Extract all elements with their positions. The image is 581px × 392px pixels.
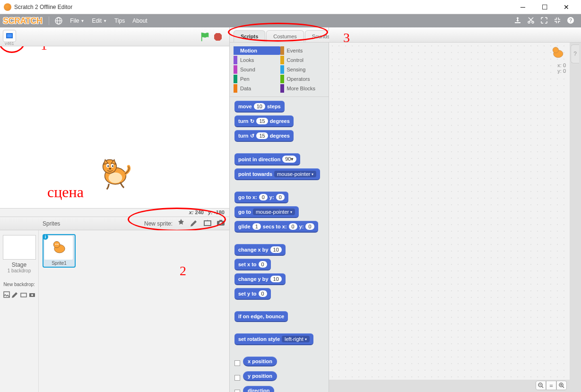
zoom-reset-button[interactable]: =	[546, 381, 556, 390]
camera-sprite-icon[interactable]	[216, 218, 225, 229]
globe-icon[interactable]	[51, 15, 66, 26]
upload-sprite-icon[interactable]	[203, 218, 212, 229]
block-goto-xy[interactable]: go to x:0y:0	[234, 192, 288, 203]
new-backdrop-label: New backdrop:	[2, 282, 36, 287]
stage[interactable]: 1 сцена	[0, 46, 229, 209]
block-set-x[interactable]: set x to0	[234, 259, 271, 270]
fullscreen-button[interactable]	[3, 30, 16, 42]
svg-point-18	[112, 166, 113, 167]
editor-tabs: Scripts Costumes Sounds	[230, 27, 329, 43]
checkbox-xpos[interactable]	[234, 360, 240, 366]
menu-about[interactable]: About	[129, 16, 151, 26]
paint-sprite-icon[interactable]	[190, 218, 199, 229]
svg-point-28	[55, 244, 56, 244]
category-looks[interactable]: Looks	[234, 56, 280, 64]
stage-header: v461	[0, 27, 229, 46]
stage-label: Stage	[2, 261, 36, 268]
block-rotation-style[interactable]: set rotation styleleft-right	[234, 333, 313, 345]
maximize-button[interactable]: ☐	[534, 0, 555, 14]
reporter-ypos[interactable]: y position	[243, 371, 277, 381]
block-point-towards[interactable]: point towardsmouse-pointer	[234, 168, 320, 180]
category-events[interactable]: Events	[280, 46, 327, 55]
block-goto[interactable]: go tomouse-pointer	[234, 206, 299, 218]
block-palette[interactable]: move10steps turn ↻ 15degrees turn ↺ 15de…	[230, 96, 329, 392]
menu-edit[interactable]: Edit▼	[88, 16, 111, 26]
choose-backdrop-icon[interactable]	[3, 291, 10, 300]
sprite-cat[interactable]	[95, 155, 132, 193]
checkbox-direction[interactable]	[234, 390, 240, 392]
category-control[interactable]: Control	[280, 56, 327, 64]
camera-backdrop-icon[interactable]	[28, 291, 36, 300]
category-more[interactable]: More Blocks	[280, 84, 327, 93]
menu-bar: SCRATCH File▼ Edit▼ Tips About ?	[0, 14, 581, 27]
block-set-y[interactable]: set y to0	[234, 288, 271, 300]
svg-line-33	[542, 386, 543, 388]
block-glide[interactable]: glide1secs to x:0y:0	[234, 221, 318, 233]
category-data[interactable]: Data	[234, 84, 280, 93]
category-pen[interactable]: Pen	[234, 75, 280, 83]
svg-point-29	[57, 244, 58, 244]
choose-sprite-icon[interactable]	[176, 218, 186, 229]
sprite-info-icon[interactable]: i	[43, 234, 48, 240]
reporter-xpos[interactable]: x position	[243, 357, 277, 366]
svg-rect-8	[201, 32, 202, 41]
category-motion[interactable]: Motion	[234, 46, 280, 55]
block-turn-cw[interactable]: turn ↻ 15degrees	[234, 115, 294, 127]
window-titlebar: Scratch 2 Offline Editor ─ ☐ ✕	[0, 0, 581, 14]
annotation-1: 1	[41, 46, 47, 53]
stop-icon[interactable]	[213, 32, 223, 42]
stamp-icon[interactable]	[514, 17, 521, 26]
app-icon	[4, 3, 11, 11]
svg-point-27	[53, 241, 60, 248]
stage-coords: x: 240 y: -180	[0, 209, 229, 217]
checkbox-ypos[interactable]	[234, 375, 240, 381]
scissors-icon[interactable]	[527, 17, 535, 26]
sprite-label: Sprite1	[44, 261, 74, 266]
annotation-2: 2	[180, 263, 186, 279]
paint-backdrop-icon[interactable]	[11, 291, 19, 300]
script-area[interactable]	[329, 43, 570, 380]
tab-costumes[interactable]: Costumes	[266, 30, 304, 42]
upload-backdrop-icon[interactable]	[20, 291, 27, 300]
block-move[interactable]: move10steps	[234, 101, 285, 113]
tab-scripts[interactable]: Scripts	[234, 30, 265, 42]
category-operators[interactable]: Operators	[280, 75, 327, 83]
sprite-item-sprite1[interactable]: i Sprite1	[43, 234, 76, 268]
svg-point-4	[528, 21, 530, 23]
coord-x: x: 0	[549, 62, 566, 68]
zoom-out-button[interactable]	[536, 381, 546, 390]
sprites-panel: Stage 1 backdrop New backdrop: i	[0, 230, 229, 392]
svg-point-25	[31, 294, 33, 296]
svg-text:?: ?	[569, 17, 572, 23]
category-sensing[interactable]: Sensing	[280, 65, 327, 74]
scratch-logo: SCRATCH	[3, 16, 42, 26]
svg-point-11	[109, 173, 122, 183]
block-change-x[interactable]: change x by10	[234, 244, 286, 256]
green-flag-icon[interactable]	[200, 32, 210, 42]
block-bounce[interactable]: if on edge, bounce	[234, 311, 288, 322]
sprites-header: Sprites New sprite:	[0, 217, 229, 230]
svg-point-16	[107, 166, 109, 167]
version-label: v461	[5, 41, 14, 46]
stage-thumbnail[interactable]	[3, 235, 36, 260]
svg-rect-22	[219, 220, 222, 221]
grow-icon[interactable]	[540, 17, 548, 26]
annotation-circle-1	[0, 46, 26, 53]
new-sprite-label: New sprite:	[144, 220, 173, 227]
svg-marker-9	[214, 33, 222, 41]
svg-point-5	[532, 21, 534, 23]
menu-tips[interactable]: Tips	[111, 16, 129, 26]
minimize-button[interactable]: ─	[512, 0, 534, 14]
reporter-direction[interactable]: direction	[243, 386, 274, 392]
zoom-in-button[interactable]	[556, 381, 567, 390]
shrink-icon[interactable]	[554, 17, 561, 26]
block-change-y[interactable]: change y by10	[234, 273, 286, 285]
close-button[interactable]: ✕	[555, 0, 577, 14]
menu-file[interactable]: File▼	[66, 16, 88, 26]
help-icon[interactable]: ?	[567, 17, 574, 26]
block-point-dir[interactable]: point in direction90▾	[234, 153, 300, 166]
help-drawer-icon[interactable]: ?	[571, 44, 579, 63]
block-turn-ccw[interactable]: turn ↺ 15degrees	[234, 130, 294, 142]
category-sound[interactable]: Sound	[234, 65, 280, 74]
sprites-label: Sprites	[43, 220, 60, 227]
